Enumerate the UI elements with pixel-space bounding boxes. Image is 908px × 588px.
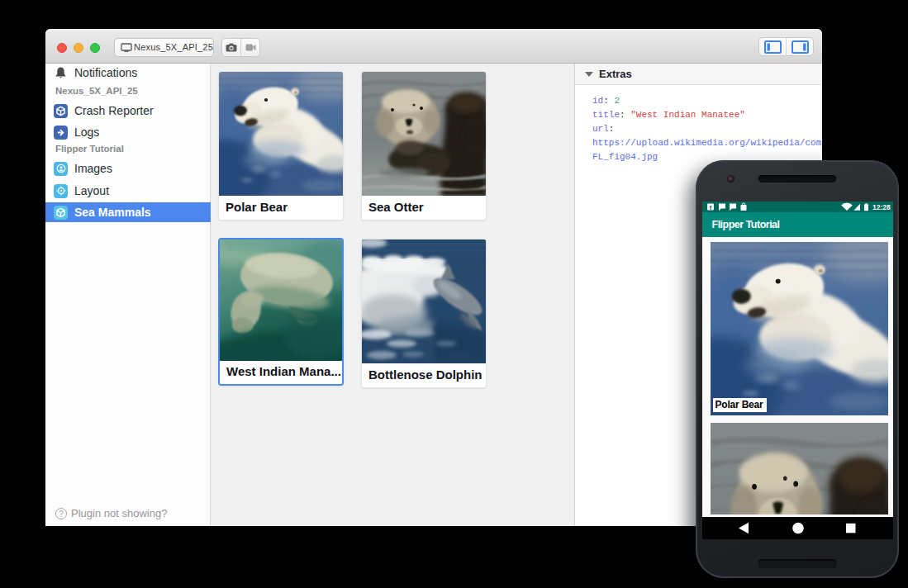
svg-text:12:28: 12:28 <box>872 203 891 211</box>
